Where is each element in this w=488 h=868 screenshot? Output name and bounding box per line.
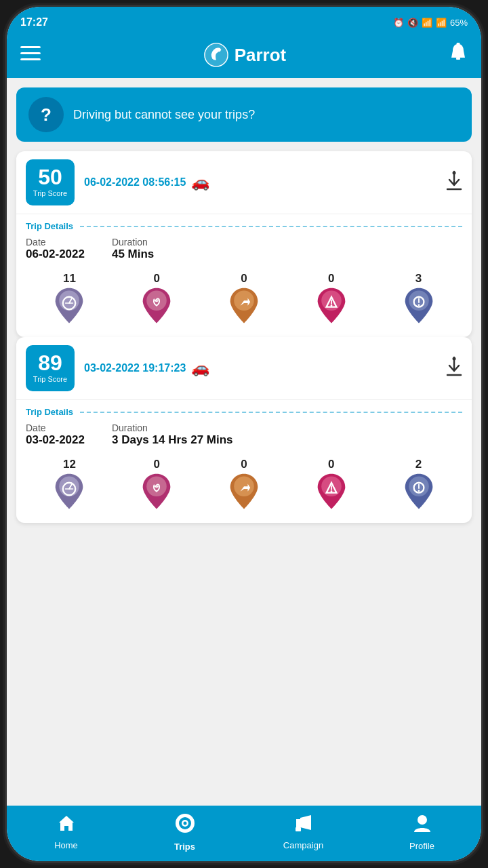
event-item-alert: 3 xyxy=(401,272,436,328)
status-bar: 17:27 ⏰ 🔇 📶 📶 65% xyxy=(7,7,481,35)
event-pin-hazard xyxy=(314,473,349,513)
trips-label: Trips xyxy=(174,842,195,852)
event-item-hazard: 0 xyxy=(314,458,349,513)
status-icons: ⏰ 🔇 📶 📶 65% xyxy=(393,18,468,28)
trip-score-label-2: Trip Score xyxy=(33,375,67,384)
help-icon: ? xyxy=(28,97,64,132)
banner-message: Driving but cannot see your trips? xyxy=(73,108,255,122)
event-count-hazard: 0 xyxy=(328,272,334,285)
nav-trips[interactable]: Trips xyxy=(125,812,244,852)
menu-button[interactable] xyxy=(20,44,41,66)
event-pin-alert xyxy=(401,473,436,513)
alarm-icon: ⏰ xyxy=(393,18,404,28)
event-pin-turn xyxy=(226,473,262,513)
svg-point-26 xyxy=(60,477,80,497)
event-item-turn: 0 xyxy=(226,458,262,513)
profile-icon xyxy=(413,813,432,838)
trip-score-number-2: 89 xyxy=(38,352,62,374)
trip-date-value-1: 06-02-2022 xyxy=(26,248,85,261)
event-item-turn: 0 xyxy=(226,272,262,328)
trip-events-row-1: 11 0 xyxy=(26,269,462,328)
nav-home[interactable]: Home xyxy=(7,814,125,850)
nav-profile[interactable]: Profile xyxy=(363,813,481,851)
trip-details-1: Trip Details Date 06-02-2022 Duration 45… xyxy=(16,214,472,337)
header: Parrot xyxy=(7,35,481,78)
svg-point-3 xyxy=(205,43,228,66)
svg-point-25 xyxy=(453,357,456,361)
trip-date-label-2: Date xyxy=(26,422,85,433)
event-count-phone: 0 xyxy=(153,272,159,285)
download-button-2[interactable] xyxy=(446,356,462,380)
trip-datetime-1: 06-02-2022 08:56:15 🚗 xyxy=(84,174,436,191)
trip-score-box-1: 50 Trip Score xyxy=(26,159,75,205)
trip-info-row-2: Date 03-02-2022 Duration 3 Days 14 Hrs 2… xyxy=(26,422,462,447)
trips-icon xyxy=(174,812,196,839)
trip-details-2: Trip Details Date 03-02-2022 Duration 3 … xyxy=(16,399,472,523)
event-item-alert: 2 xyxy=(401,458,436,513)
status-time: 17:27 xyxy=(20,16,48,28)
svg-point-22 xyxy=(418,304,420,306)
nav-campaign[interactable]: Campaign xyxy=(244,814,363,850)
screen: 17:27 ⏰ 🔇 📶 📶 65% xyxy=(7,7,481,861)
event-item-speed: 11 xyxy=(52,272,87,328)
svg-point-15 xyxy=(234,291,254,311)
event-pin-speed xyxy=(52,287,87,328)
trip-details-divider-1 xyxy=(80,226,462,227)
svg-rect-43 xyxy=(296,827,301,831)
svg-point-9 xyxy=(453,172,456,175)
event-item-hazard: 0 xyxy=(314,272,349,328)
svg-point-42 xyxy=(183,822,186,825)
svg-point-18 xyxy=(330,304,332,307)
event-pin-phone xyxy=(139,287,174,328)
battery-text: 65% xyxy=(450,18,468,28)
campaign-icon xyxy=(293,814,314,837)
event-count-turn: 0 xyxy=(241,272,247,285)
app-logo: Parrot xyxy=(203,42,287,68)
car-icon-1: 🚗 xyxy=(191,174,209,191)
parrot-logo-icon xyxy=(203,42,229,68)
car-icon-2: 🚗 xyxy=(191,359,209,377)
svg-point-34 xyxy=(330,490,332,492)
help-banner[interactable]: ? Driving but cannot see your trips? xyxy=(16,87,472,142)
trip-score-number-1: 50 xyxy=(38,166,62,188)
trip-score-label-1: Trip Score xyxy=(33,189,67,198)
event-count-turn: 0 xyxy=(241,458,247,471)
trip-date-item-1: Date 06-02-2022 xyxy=(26,237,85,261)
main-content: ? Driving but cannot see your trips? 50 … xyxy=(7,78,481,806)
trip-duration-value-2: 3 Days 14 Hrs 27 Mins xyxy=(112,433,233,447)
bottom-navigation: Home Trips xyxy=(7,806,481,861)
phone-shell: 17:27 ⏰ 🔇 📶 📶 65% xyxy=(7,7,481,861)
trip-duration-item-2: Duration 3 Days 14 Hrs 27 Mins xyxy=(112,422,233,447)
svg-rect-2 xyxy=(20,58,41,60)
trip-details-label-1: Trip Details xyxy=(26,221,73,231)
event-item-phone: 0 xyxy=(139,458,174,513)
trip-datetime-2: 03-02-2022 19:17:23 🚗 xyxy=(84,359,436,377)
event-pin-turn xyxy=(226,287,262,328)
svg-point-44 xyxy=(418,815,427,825)
trip-events-row-2: 12 0 xyxy=(26,455,462,513)
event-item-phone: 0 xyxy=(139,272,174,328)
campaign-label: Campaign xyxy=(283,840,323,850)
notification-bell[interactable] xyxy=(449,43,468,68)
event-count-phone: 0 xyxy=(153,458,159,471)
trip-details-header-2: Trip Details xyxy=(26,407,462,417)
download-button-1[interactable] xyxy=(446,170,462,195)
trip-datetime-text-1: 06-02-2022 08:56:15 xyxy=(84,176,186,189)
svg-point-31 xyxy=(234,477,254,497)
event-pin-alert xyxy=(401,287,436,328)
svg-rect-0 xyxy=(20,46,41,48)
svg-rect-5 xyxy=(456,58,460,60)
trip-header-2: 89 Trip Score 03-02-2022 19:17:23 🚗 xyxy=(16,337,472,399)
home-icon xyxy=(57,814,76,837)
svg-point-4 xyxy=(217,48,221,52)
mute-icon: 🔇 xyxy=(407,18,418,28)
event-count-alert: 3 xyxy=(415,272,422,285)
event-count-hazard: 0 xyxy=(328,458,334,471)
wifi-icon: 📶 xyxy=(422,18,432,28)
trip-card-2: 89 Trip Score 03-02-2022 19:17:23 🚗 Trip… xyxy=(16,337,472,523)
trip-duration-label-2: Duration xyxy=(112,422,233,433)
trip-score-box-2: 89 Trip Score xyxy=(26,345,75,391)
trip-date-item-2: Date 03-02-2022 xyxy=(26,422,85,447)
home-label: Home xyxy=(54,840,78,850)
event-pin-hazard xyxy=(314,287,349,328)
